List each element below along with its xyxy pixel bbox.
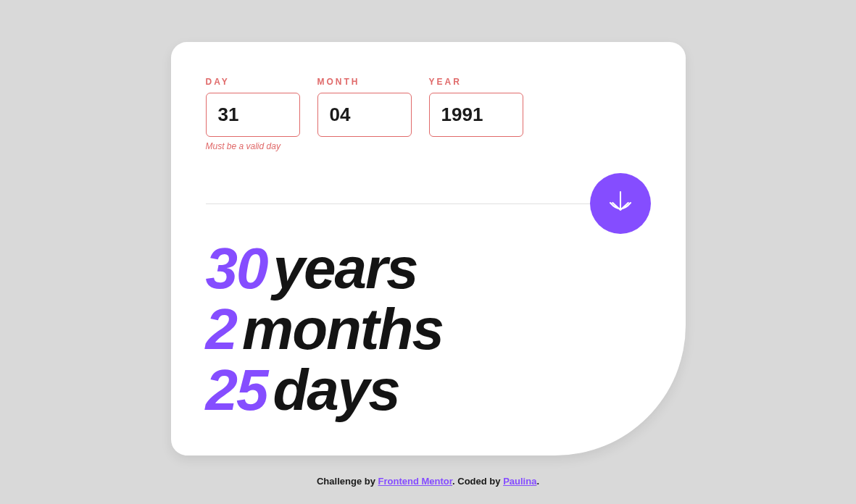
- month-field: MONTH: [317, 77, 412, 151]
- year-input[interactable]: [429, 93, 523, 137]
- submit-button[interactable]: [590, 173, 651, 234]
- day-field: DAY Must be a valid day: [206, 77, 300, 151]
- attribution-middle: . Coded by: [452, 476, 503, 487]
- attribution: Challenge by Frontend Mentor. Coded by P…: [317, 476, 539, 487]
- months-value: 2: [206, 297, 237, 361]
- month-label: MONTH: [317, 77, 412, 87]
- days-label: days: [273, 358, 399, 422]
- attribution-prefix: Challenge by: [317, 476, 378, 487]
- days-value: 25: [206, 358, 267, 422]
- day-error: Must be a valid day: [206, 141, 300, 151]
- divider-row: [206, 173, 651, 234]
- year-label: YEAR: [429, 77, 523, 87]
- years-value: 30: [206, 236, 267, 301]
- frontend-mentor-link[interactable]: Frontend Mentor: [378, 476, 453, 487]
- year-field: YEAR: [429, 77, 523, 151]
- month-input[interactable]: [317, 93, 412, 137]
- result-block: 30years 2months 25days: [206, 238, 651, 421]
- arrow-down-icon: [607, 189, 634, 219]
- age-calculator-card: DAY Must be a valid day MONTH YEAR 30yea…: [171, 42, 686, 455]
- inputs-row: DAY Must be a valid day MONTH YEAR: [206, 77, 651, 151]
- years-label: years: [273, 236, 417, 301]
- months-label: months: [242, 297, 443, 361]
- result-months: 2months: [206, 299, 651, 360]
- divider-line: [206, 203, 590, 204]
- day-input[interactable]: [206, 93, 300, 137]
- result-days: 25days: [206, 360, 651, 421]
- attribution-suffix: .: [536, 476, 539, 487]
- result-years: 30years: [206, 238, 651, 299]
- day-label: DAY: [206, 77, 300, 87]
- author-link[interactable]: Paulina: [503, 476, 536, 487]
